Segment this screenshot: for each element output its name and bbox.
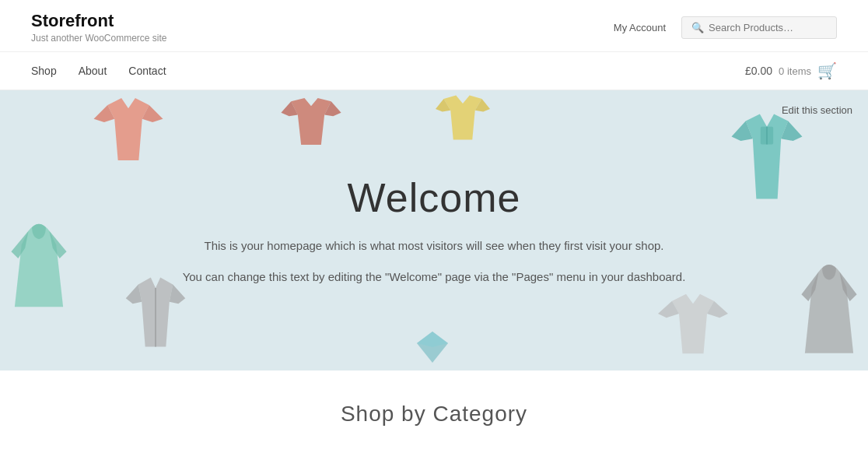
search-icon: 🔍: [691, 22, 704, 33]
clothing-gray-hoodie: [798, 254, 860, 363]
header-top: Storefront Just another WooCommerce site…: [0, 0, 868, 52]
edit-section-button[interactable]: Edit this section: [782, 104, 852, 116]
search-box: 🔍: [681, 16, 837, 39]
search-input[interactable]: [709, 22, 827, 33]
hero-content: Welcome This is your homepage which is w…: [167, 143, 702, 318]
nav-link-shop[interactable]: Shop: [31, 52, 71, 90]
nav-bar: Shop About Contact £0.00 0 items 🛒: [0, 52, 868, 90]
brand-tagline: Just another WooCommerce site: [31, 33, 167, 44]
hero-title: Welcome: [183, 174, 686, 221]
clothing-diamond: [417, 332, 448, 363]
cart-icon[interactable]: 🛒: [817, 61, 837, 80]
brand-name: Storefront: [31, 11, 167, 31]
hero-description-2: You can change this text by editing the …: [183, 268, 686, 286]
clothing-teal-hoodie: [8, 215, 70, 316]
svg-marker-3: [291, 98, 331, 145]
nav-link-about[interactable]: About: [79, 52, 121, 90]
svg-marker-9: [746, 114, 789, 198]
nav-link-contact[interactable]: Contact: [128, 52, 180, 90]
cart-items-count: 0 items: [779, 65, 811, 77]
hero-section: Edit this section: [0, 90, 868, 370]
my-account-link[interactable]: My Account: [614, 22, 666, 33]
nav-links: Shop About Contact: [31, 52, 188, 90]
cart-price: £0.00: [745, 65, 772, 77]
clothing-yellow-shirt: [436, 94, 490, 141]
clothing-pink-shirt: [93, 98, 163, 160]
clothing-orange-shirt: [280, 98, 342, 145]
cart-area: £0.00 0 items 🛒: [745, 61, 837, 80]
clothing-teal-polo: [728, 114, 806, 199]
svg-marker-6: [444, 96, 482, 140]
svg-marker-0: [107, 98, 149, 160]
shop-by-category-title: Shop by Category: [16, 402, 852, 427]
header-right: My Account 🔍: [614, 16, 837, 39]
shop-by-category-section: Shop by Category: [0, 370, 868, 442]
hero-description-1: This is your homepage which is what most…: [183, 237, 686, 255]
brand-area: Storefront Just another WooCommerce site: [31, 11, 167, 44]
